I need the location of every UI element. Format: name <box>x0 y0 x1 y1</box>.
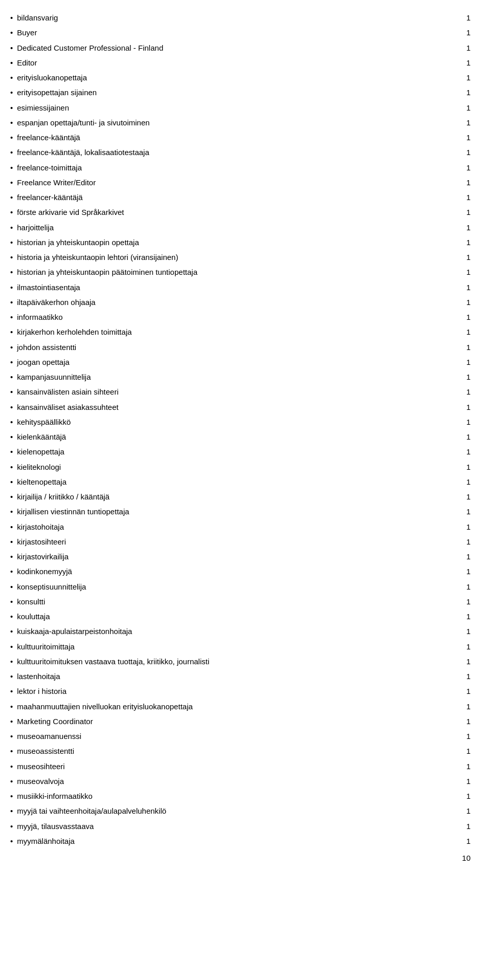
bullet-icon: • <box>10 356 13 368</box>
bullet-icon: • <box>10 311 13 323</box>
bullet-icon: • <box>10 431 13 443</box>
list-item: •kielenkääntäjä1 <box>10 429 471 444</box>
item-count: 1 <box>466 177 471 188</box>
item-label: harjoittelija <box>17 222 54 233</box>
bullet-icon: • <box>10 177 13 188</box>
bullet-icon: • <box>10 730 13 742</box>
item-count: 1 <box>466 281 471 293</box>
bullet-icon: • <box>10 266 13 278</box>
item-label: kirjailija / kriitikko / kääntäjä <box>17 491 109 503</box>
item-count: 1 <box>466 730 471 742</box>
item-label: joogan opettaja <box>17 356 70 368</box>
bullet-icon: • <box>10 401 13 413</box>
list-item: •lektor i historia1 <box>10 684 471 699</box>
item-count: 1 <box>466 641 471 652</box>
item-count: 1 <box>466 701 471 712</box>
bullet-icon: • <box>10 57 13 69</box>
list-item: •historia ja yhteiskuntaopin lehtori (vi… <box>10 250 471 265</box>
item-count: 1 <box>466 416 471 428</box>
list-item: •kirjastovirkailija1 <box>10 549 471 564</box>
item-count: 1 <box>466 775 471 787</box>
item-count: 1 <box>466 431 471 443</box>
list-item: •Dedicated Customer Professional - Finla… <box>10 40 471 55</box>
item-label: Buyer <box>17 27 37 38</box>
item-label: kirjastohoitaja <box>17 521 64 533</box>
list-item: •kehityspäällikkö1 <box>10 415 471 429</box>
item-label: myyjä tai vaihteenhoitaja/aulapalveluhen… <box>17 805 166 817</box>
item-count: 1 <box>466 521 471 533</box>
list-item: •Freelance Writer/Editor1 <box>10 175 471 190</box>
item-label: kieltenopettaja <box>17 476 66 488</box>
list-item: •kouluttaja1 <box>10 609 471 624</box>
item-label: freelancer-kääntäjä <box>17 191 82 203</box>
bullet-icon: • <box>10 461 13 473</box>
item-count: 1 <box>466 27 471 38</box>
item-label: förste arkivarie vid Språkarkivet <box>17 206 124 218</box>
bullet-icon: • <box>10 656 13 667</box>
list-item: •musiikki-informaatikko1 <box>10 789 471 803</box>
bullet-icon: • <box>10 386 13 398</box>
bullet-icon: • <box>10 281 13 293</box>
bullet-icon: • <box>10 191 13 203</box>
bullet-icon: • <box>10 625 13 637</box>
list-item: •historian ja yhteiskuntaopin opettaja1 <box>10 235 471 250</box>
list-item: •espanjan opettaja/tunti- ja sivutoimine… <box>10 115 471 130</box>
list-item: •kulttuuritoimittaja1 <box>10 639 471 654</box>
list-item: •kirjakerhon kerholehden toimittaja1 <box>10 324 471 339</box>
item-count: 1 <box>466 656 471 667</box>
item-label: kirjastovirkailija <box>17 551 69 562</box>
item-count: 1 <box>466 536 471 548</box>
item-count: 1 <box>466 491 471 503</box>
bullet-icon: • <box>10 206 13 218</box>
list-item: •iltapäiväkerhon ohjaaja1 <box>10 295 471 310</box>
item-label: kirjallisen viestinnän tuntiopettaja <box>17 506 129 517</box>
list-item: •freelance-toimittaja1 <box>10 160 471 175</box>
bullet-icon: • <box>10 42 13 54</box>
list-item: •informaatikko1 <box>10 310 471 324</box>
list-item: •förste arkivarie vid Språkarkivet1 <box>10 205 471 220</box>
item-count: 1 <box>466 222 471 233</box>
item-count: 1 <box>466 790 471 802</box>
item-count: 1 <box>466 506 471 517</box>
item-label: musiikki-informaatikko <box>17 790 93 802</box>
bullet-icon: • <box>10 551 13 562</box>
bullet-icon: • <box>10 581 13 593</box>
bullet-icon: • <box>10 236 13 248</box>
bullet-icon: • <box>10 222 13 233</box>
list-item: •museovalvoja1 <box>10 774 471 789</box>
bullet-icon: • <box>10 820 13 832</box>
list-item: •bildansvarig1 <box>10 10 471 25</box>
bullet-icon: • <box>10 371 13 383</box>
bullet-icon: • <box>10 701 13 712</box>
item-label: freelance-kääntäjä, lokalisaatiotestaaja <box>17 146 149 158</box>
item-count: 1 <box>466 581 471 593</box>
bullet-icon: • <box>10 775 13 787</box>
item-count: 1 <box>466 670 471 682</box>
item-count: 1 <box>466 191 471 203</box>
bullet-icon: • <box>10 685 13 697</box>
list-item: •kieltenopettaja1 <box>10 474 471 489</box>
bullet-icon: • <box>10 341 13 353</box>
bullet-icon: • <box>10 12 13 24</box>
bullet-icon: • <box>10 251 13 263</box>
bullet-icon: • <box>10 117 13 128</box>
bullet-icon: • <box>10 521 13 533</box>
item-label: museoassistentti <box>17 745 74 757</box>
list-item: •lastenhoitaja1 <box>10 669 471 684</box>
list-item: •museosihteeri1 <box>10 759 471 774</box>
item-label: kansainväliset asiakassuhteet <box>17 401 118 413</box>
item-label: kirjastosihteeri <box>17 536 66 548</box>
bullet-icon: • <box>10 146 13 158</box>
job-list: •bildansvarig1•Buyer1•Dedicated Customer… <box>10 10 471 848</box>
item-label: kielenopettaja <box>17 446 64 458</box>
item-label: kielenkääntäjä <box>17 431 66 443</box>
item-count: 1 <box>466 745 471 757</box>
item-count: 1 <box>466 401 471 413</box>
bullet-icon: • <box>10 835 13 847</box>
item-label: konsultti <box>17 596 45 607</box>
item-label: erityisluokanopettaja <box>17 72 87 83</box>
item-label: freelance-toimittaja <box>17 162 82 173</box>
item-count: 1 <box>466 625 471 637</box>
bullet-icon: • <box>10 536 13 548</box>
item-count: 1 <box>466 461 471 473</box>
